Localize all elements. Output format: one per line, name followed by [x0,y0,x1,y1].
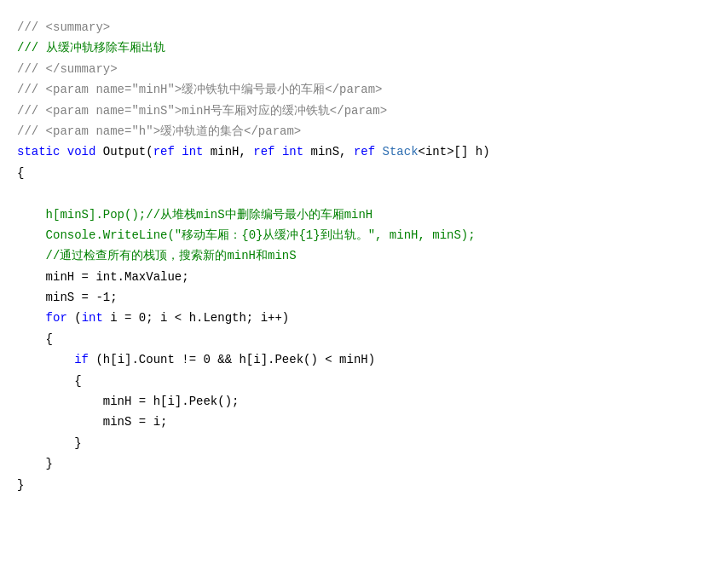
code-line-8: { [17,163,699,183]
code-line-6: /// <param name="h">缓冲轨道的集合</param> [17,121,699,141]
code-line-10: h[minS].Pop();//从堆栈minS中删除编号最小的车厢minH [17,205,699,225]
code-line-18: { [17,371,699,391]
code-container: /// <summary>/// 从缓冲轨移除车厢出轨/// </summary… [17,9,699,504]
code-line-17: if (h[i].Count != 0 && h[i].Peek() < min… [17,349,699,370]
code-line-15: for (int i = 0; i < h.Length; i++) [17,308,699,328]
code-line-14: minS = -1; [17,287,699,308]
code-line-5: /// <param name="minS">minH号车厢对应的缓冲铁轨</p… [17,101,699,121]
code-line-12: //通过检查所有的栈顶，搜索新的minH和minS [17,245,699,266]
code-line-9 [17,183,699,204]
code-line-1: /// <summary> [17,17,699,37]
code-line-16: { [17,329,699,349]
code-line-7: static void Output(ref int minH, ref int… [17,141,699,162]
code-line-22: } [17,453,699,474]
code-line-19: minH = h[i].Peek(); [17,391,699,412]
code-line-20: minS = i; [17,412,699,432]
code-line-11: Console.WriteLine("移动车厢：{0}从缓冲{1}到出轨。", … [17,225,699,245]
code-line-21: } [17,433,699,453]
code-line-13: minH = int.MaxValue; [17,267,699,287]
code-line-2: /// 从缓冲轨移除车厢出轨 [17,37,699,58]
code-line-3: /// </summary> [17,59,699,79]
code-line-23: } [17,475,699,495]
code-line-4: /// <param name="minH">缓冲铁轨中编号最小的车厢</par… [17,79,699,100]
